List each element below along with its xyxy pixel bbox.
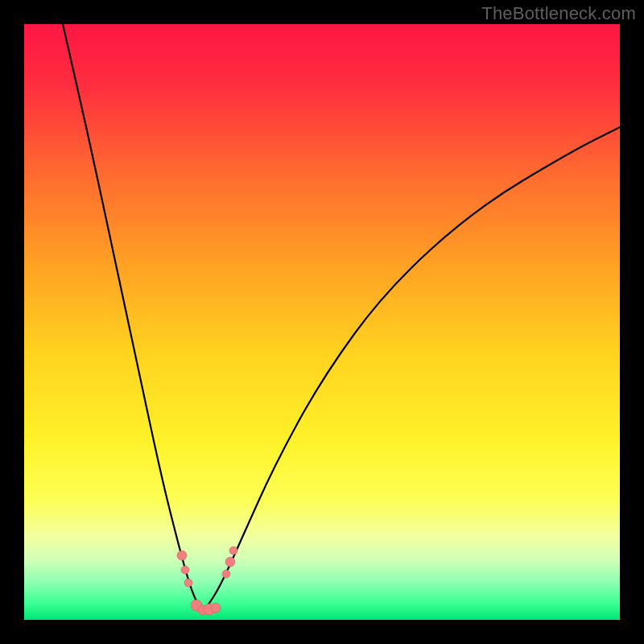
- data-marker: [211, 603, 221, 613]
- data-marker: [229, 547, 237, 555]
- plot-svg: [24, 24, 620, 620]
- data-marker: [181, 566, 189, 574]
- plot-area: [24, 24, 620, 620]
- data-marker: [225, 557, 235, 567]
- gradient-background: [24, 24, 620, 620]
- data-marker: [222, 570, 230, 578]
- watermark-text: TheBottleneck.com: [481, 3, 636, 24]
- chart-container: TheBottleneck.com: [0, 0, 644, 644]
- data-marker: [177, 551, 187, 560]
- data-marker: [184, 579, 192, 587]
